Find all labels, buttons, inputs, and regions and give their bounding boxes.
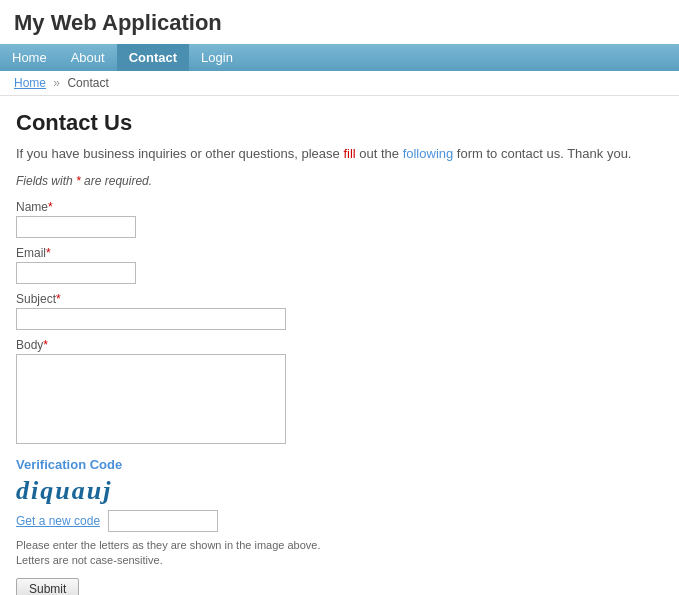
breadcrumb-separator: »: [53, 76, 60, 90]
intro-part2: out the: [356, 146, 403, 161]
breadcrumb-current: Contact: [67, 76, 108, 90]
main-content: Contact Us If you have business inquirie…: [0, 96, 660, 595]
nav-home[interactable]: Home: [0, 44, 59, 71]
breadcrumb-home-link[interactable]: Home: [14, 76, 46, 90]
subject-field-group: Subject*: [16, 292, 644, 330]
name-field-group: Name*: [16, 200, 644, 238]
main-nav: Home About Contact Login: [0, 44, 679, 71]
intro-part1: If you have business inquiries or other …: [16, 146, 343, 161]
email-input[interactable]: [16, 262, 136, 284]
captcha-image: diquauj: [16, 476, 112, 506]
nav-login[interactable]: Login: [189, 44, 245, 71]
email-field-group: Email*: [16, 246, 644, 284]
email-required-star: *: [46, 246, 51, 260]
intro-following: following: [403, 146, 454, 161]
required-star: *: [76, 174, 81, 188]
email-label: Email*: [16, 246, 644, 260]
intro-fill: fill: [343, 146, 355, 161]
verification-section: Verification Code diquauj Get a new code…: [16, 457, 644, 569]
intro-part3: form to contact us. Thank you.: [453, 146, 631, 161]
get-new-code-row: Get a new code: [16, 510, 644, 532]
contact-form: Name* Email* Subject* Body* Verification…: [16, 200, 644, 596]
name-label: Name*: [16, 200, 644, 214]
verification-label: Verification Code: [16, 457, 644, 472]
body-required-star: *: [43, 338, 48, 352]
name-required-star: *: [48, 200, 53, 214]
captcha-hint: Please enter the letters as they are sho…: [16, 538, 644, 569]
submit-button[interactable]: Submit: [16, 578, 79, 595]
required-note-text: are required.: [84, 174, 152, 188]
captcha-hint-line1: Please enter the letters as they are sho…: [16, 539, 321, 551]
subject-label: Subject*: [16, 292, 644, 306]
nav-contact[interactable]: Contact: [117, 44, 189, 71]
body-field-group: Body*: [16, 338, 644, 447]
subject-required-star: *: [56, 292, 61, 306]
app-title: My Web Application: [14, 10, 222, 35]
nav-about[interactable]: About: [59, 44, 117, 71]
body-textarea[interactable]: [16, 354, 286, 444]
body-label: Body*: [16, 338, 644, 352]
name-input[interactable]: [16, 216, 136, 238]
breadcrumb: Home » Contact: [0, 71, 679, 96]
captcha-input[interactable]: [108, 510, 218, 532]
subject-input[interactable]: [16, 308, 286, 330]
captcha-hint-line2: Letters are not case-sensitive.: [16, 554, 163, 566]
intro-text: If you have business inquiries or other …: [16, 144, 644, 164]
required-note: Fields with * are required.: [16, 174, 644, 188]
page-title: Contact Us: [16, 110, 644, 136]
get-new-code-link[interactable]: Get a new code: [16, 514, 100, 528]
